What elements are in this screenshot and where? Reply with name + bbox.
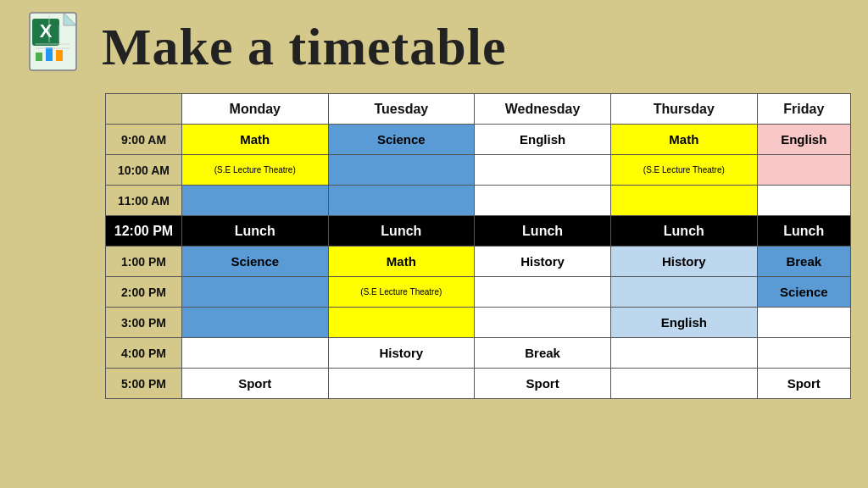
schedule-cell: Science (757, 277, 850, 308)
col-friday: Friday (757, 94, 850, 125)
schedule-cell (475, 155, 611, 186)
svg-text:X: X (40, 20, 53, 42)
schedule-cell: Lunch (611, 216, 758, 247)
header-row: Monday Tuesday Wednesday Thursday Friday (106, 94, 851, 125)
schedule-cell (328, 308, 475, 338)
schedule-cell: History (475, 247, 611, 277)
timetable-container: Monday Tuesday Wednesday Thursday Friday… (17, 93, 851, 399)
schedule-cell: Lunch (182, 216, 329, 247)
schedule-cell (328, 186, 475, 216)
col-monday: Monday (182, 94, 329, 125)
schedule-cell (475, 277, 611, 308)
table-row: 9:00 AMMathScienceEnglishMathEnglish (106, 125, 851, 155)
time-cell: 12:00 PM (106, 216, 182, 247)
schedule-cell (475, 308, 611, 338)
col-tuesday: Tuesday (328, 94, 475, 125)
page-title: Make a timetable (102, 17, 506, 77)
time-cell: 2:00 PM (106, 277, 182, 308)
svg-rect-5 (46, 47, 53, 61)
schedule-cell: Break (475, 338, 611, 369)
schedule-cell (182, 186, 329, 216)
schedule-cell: Math (611, 125, 758, 155)
table-row: 11:00 AM (106, 186, 851, 216)
table-row: 2:00 PM(S.E Lecture Theatre)Science (106, 277, 851, 308)
schedule-cell: (S.E Lecture Theatre) (328, 277, 475, 308)
time-cell: 1:00 PM (106, 247, 182, 277)
schedule-cell: (S.E Lecture Theatre) (611, 155, 758, 186)
schedule-cell (182, 308, 329, 338)
schedule-cell: History (611, 247, 758, 277)
schedule-cell (757, 338, 850, 369)
schedule-cell: English (475, 125, 611, 155)
schedule-cell (611, 186, 758, 216)
schedule-cell (757, 308, 850, 338)
schedule-cell: English (757, 125, 850, 155)
schedule-cell: History (328, 338, 475, 369)
schedule-cell (611, 338, 758, 369)
schedule-cell (611, 369, 758, 399)
schedule-cell (182, 277, 329, 308)
schedule-cell: Math (328, 247, 475, 277)
time-cell: 4:00 PM (106, 338, 182, 369)
table-row: 1:00 PMScienceMathHistoryHistoryBreak (106, 247, 851, 277)
table-row: 10:00 AM(S.E Lecture Theatre)(S.E Lectur… (106, 155, 851, 186)
schedule-cell (328, 155, 475, 186)
table-row: 5:00 PMSportSportSport (106, 369, 851, 399)
schedule-cell: English (611, 308, 758, 338)
schedule-cell: Science (328, 125, 475, 155)
schedule-cell (757, 186, 850, 216)
schedule-cell: Break (757, 247, 850, 277)
schedule-cell: Sport (757, 369, 850, 399)
schedule-cell: Lunch (475, 216, 611, 247)
timetable: Monday Tuesday Wednesday Thursday Friday… (105, 93, 851, 399)
schedule-cell: Math (182, 125, 329, 155)
time-cell: 9:00 AM (106, 125, 182, 155)
table-row: 3:00 PMEnglish (106, 308, 851, 338)
time-cell: 10:00 AM (106, 155, 182, 186)
schedule-cell: (S.E Lecture Theatre) (182, 155, 329, 186)
table-row: 4:00 PMHistoryBreak (106, 338, 851, 369)
excel-icon: X (17, 8, 93, 85)
svg-rect-6 (56, 50, 63, 61)
col-thursday: Thursday (611, 94, 758, 125)
svg-rect-4 (36, 53, 42, 61)
schedule-cell: Sport (182, 369, 329, 399)
schedule-cell (475, 186, 611, 216)
time-cell: 5:00 PM (106, 369, 182, 399)
schedule-cell (611, 277, 758, 308)
table-row: 12:00 PMLunchLunchLunchLunchLunch (106, 216, 851, 247)
schedule-cell: Science (182, 247, 329, 277)
schedule-cell: Sport (475, 369, 611, 399)
time-header (106, 94, 182, 125)
schedule-cell (757, 155, 850, 186)
time-cell: 11:00 AM (106, 186, 182, 216)
header: X Make a timetable (17, 8, 851, 85)
schedule-cell: Lunch (328, 216, 475, 247)
schedule-cell: Lunch (757, 216, 850, 247)
schedule-cell (182, 338, 329, 369)
time-cell: 3:00 PM (106, 308, 182, 338)
col-wednesday: Wednesday (475, 94, 611, 125)
schedule-cell (328, 369, 475, 399)
